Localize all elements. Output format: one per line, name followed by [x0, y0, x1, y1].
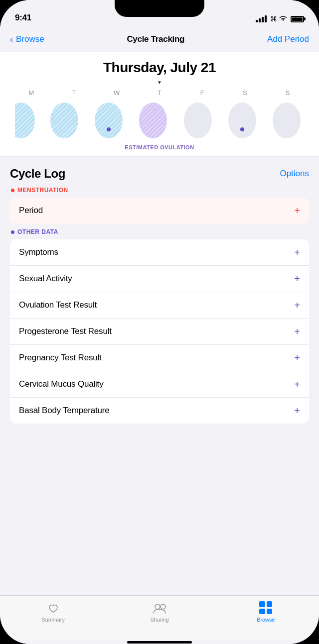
pregnancy-test-add-icon[interactable]: + — [294, 353, 300, 363]
calendar-arrow-icon[interactable] — [10, 80, 309, 85]
wifi-icon: ⌘ — [270, 15, 287, 23]
cervical-mucus-add-icon[interactable]: + — [294, 379, 300, 389]
add-period-button[interactable]: Add Period — [267, 34, 309, 44]
calendar-day-partial[interactable] — [15, 103, 37, 138]
browse-tab-label: Browse — [257, 617, 275, 623]
browse-icon — [259, 601, 273, 615]
period-card: Period + — [10, 198, 309, 223]
status-time: 9:41 — [15, 13, 31, 23]
date-title: Thursday, July 21 — [10, 60, 309, 76]
cycle-log-header: Cycle Log Options — [10, 167, 309, 181]
calendar-day-6[interactable] — [269, 103, 304, 138]
period-add-icon[interactable]: + — [294, 206, 300, 215]
nav-header: ‹ Browse Cycle Tracking Add Period — [0, 27, 319, 52]
basal-body-temp-add-icon[interactable]: + — [294, 406, 300, 416]
symptoms-label: Symptoms — [19, 247, 58, 257]
ovulation-test-add-icon[interactable]: + — [294, 300, 300, 310]
other-data-section: OTHER DATA Symptoms + Sexual Activity + … — [0, 228, 319, 438]
pregnancy-test-label: Pregnancy Test Result — [19, 353, 102, 363]
basal-body-temp-label: Basal Body Temperature — [19, 406, 109, 416]
calendar-day-ovulation[interactable] — [136, 103, 170, 138]
symptoms-add-icon[interactable]: + — [294, 247, 300, 257]
menstruation-category: MENSTRUATION — [10, 187, 309, 194]
summary-icon — [46, 601, 60, 615]
progesterone-test-label: Progesterone Test Result — [19, 326, 112, 336]
date-section: Thursday, July 21 M T W T F S S — [0, 52, 319, 157]
period-item[interactable]: Period + — [10, 198, 309, 223]
calendar-day-5[interactable] — [225, 103, 260, 138]
period-label: Period — [19, 206, 43, 215]
home-bar — [127, 641, 192, 644]
tab-browse[interactable]: Browse — [241, 601, 291, 623]
symptoms-item[interactable]: Symptoms + — [10, 239, 309, 266]
sexual-activity-item[interactable]: Sexual Activity + — [10, 266, 309, 292]
other-data-card: Symptoms + Sexual Activity + Ovulation T… — [10, 239, 309, 424]
page-title: Cycle Tracking — [127, 34, 184, 44]
progesterone-test-item[interactable]: Progesterone Test Result + — [10, 319, 309, 345]
calendar-day-2[interactable] — [91, 103, 126, 138]
cervical-mucus-item[interactable]: Cervical Mucus Quality + — [10, 371, 309, 398]
calendar-day-1[interactable] — [47, 103, 82, 138]
tab-bar: Summary Sharing — [0, 595, 319, 640]
ovulation-label: ESTIMATED OVULATION — [10, 141, 309, 156]
options-button[interactable]: Options — [280, 169, 309, 179]
day-label: T — [142, 89, 177, 97]
sharing-tab-label: Sharing — [150, 617, 168, 623]
cervical-mucus-label: Cervical Mucus Quality — [19, 379, 103, 389]
menstruation-dot — [11, 189, 14, 192]
day-label: M — [14, 89, 49, 97]
sexual-activity-label: Sexual Activity — [19, 274, 72, 284]
progesterone-test-add-icon[interactable]: + — [294, 326, 300, 336]
summary-tab-label: Summary — [41, 617, 64, 623]
cycle-log-title: Cycle Log — [10, 167, 65, 181]
svg-point-1 — [160, 604, 165, 609]
sexual-activity-add-icon[interactable]: + — [294, 274, 300, 284]
day-label: S — [270, 89, 305, 97]
other-data-label: OTHER DATA — [17, 228, 58, 235]
pregnancy-test-item[interactable]: Pregnancy Test Result + — [10, 345, 309, 371]
cycle-log-section: Cycle Log Options MENSTRUATION Period + — [0, 157, 319, 223]
back-button[interactable]: ‹ Browse — [10, 34, 44, 45]
svg-point-0 — [155, 604, 160, 609]
battery-icon — [291, 16, 304, 22]
scroll-content: Thursday, July 21 M T W T F S S — [0, 52, 319, 595]
day-label: W — [99, 89, 134, 97]
ovulation-test-item[interactable]: Ovulation Test Result + — [10, 292, 309, 319]
ovulation-test-label: Ovulation Test Result — [19, 300, 97, 310]
other-data-dot — [11, 230, 14, 234]
menstruation-label: MENSTRUATION — [17, 187, 68, 194]
day-label: F — [185, 89, 220, 97]
signal-icon — [256, 15, 267, 22]
day-label: S — [227, 89, 262, 97]
home-indicator — [0, 640, 319, 644]
day-labels: M T W T F S S — [10, 87, 309, 99]
calendar-day-4[interactable] — [180, 103, 215, 138]
tab-summary[interactable]: Summary — [28, 601, 78, 623]
tab-sharing[interactable]: Sharing — [135, 601, 184, 623]
back-chevron-icon: ‹ — [10, 34, 13, 45]
back-label: Browse — [16, 34, 44, 44]
sharing-icon — [153, 601, 166, 615]
day-label: T — [57, 89, 92, 97]
basal-body-temp-item[interactable]: Basal Body Temperature + — [10, 398, 309, 424]
status-icons: ⌘ — [256, 15, 304, 23]
calendar-ovals — [10, 99, 309, 141]
other-data-category: OTHER DATA — [10, 228, 309, 235]
